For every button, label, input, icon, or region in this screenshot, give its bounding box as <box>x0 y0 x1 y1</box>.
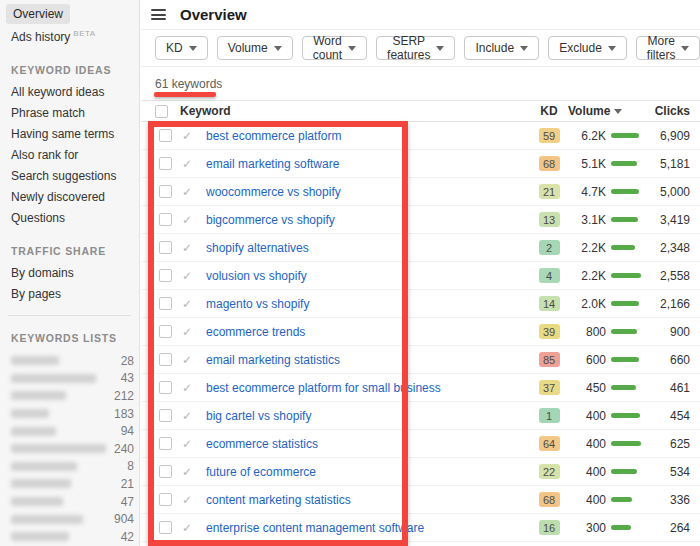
sidebar-nav-item[interactable]: Newly discovered <box>0 187 139 208</box>
keyword-link[interactable]: email marketing software <box>206 157 339 171</box>
keywords-list-item[interactable]: 94 <box>0 422 139 440</box>
row-checkbox[interactable] <box>159 129 172 142</box>
blurred-list-name <box>11 497 63 506</box>
filter-button[interactable]: KD <box>155 36 208 60</box>
keyword-link[interactable]: content marketing statistics <box>206 493 351 507</box>
filter-button-label: SERP features <box>387 34 430 62</box>
clicks-value: 534 <box>637 465 690 479</box>
keyword-link[interactable]: ecommerce trends <box>206 325 305 339</box>
select-all-checkbox[interactable] <box>155 105 168 118</box>
sidebar-nav-item[interactable]: Questions <box>0 208 139 229</box>
keywords-list-item[interactable]: 21 <box>0 475 139 493</box>
sidebar-nav-item-label: All keyword ideas <box>11 85 104 99</box>
checkmark-icon: ✓ <box>182 157 196 171</box>
sidebar-nav-item[interactable]: By domains <box>0 263 139 284</box>
section-traffic-share: By domains By pages <box>0 263 139 305</box>
filter-button[interactable]: SERP features <box>376 36 455 60</box>
sidebar-item-overview[interactable]: Overview <box>6 4 70 24</box>
keyword-link[interactable]: bigcommerce vs shopify <box>206 213 335 227</box>
keyword-link[interactable]: best ecommerce platform for small busine… <box>206 381 441 395</box>
sidebar-nav-item[interactable]: All keyword ideas <box>0 82 139 103</box>
keyword-link[interactable]: shopify alternatives <box>206 241 309 255</box>
keywords-list-item[interactable]: 8 <box>0 458 139 476</box>
keyword-link[interactable]: future of ecommerce <box>206 465 316 479</box>
volume-value: 5.1K <box>554 157 606 171</box>
filter-button[interactable]: More filters <box>636 36 700 60</box>
row-checkbox[interactable] <box>159 185 172 198</box>
row-checkbox[interactable] <box>159 493 172 506</box>
keyword-link[interactable]: magento vs shopify <box>206 297 309 311</box>
blurred-list-name <box>11 409 49 418</box>
volume-value: 2.0K <box>554 297 606 311</box>
main-panel: Overview KD Volume Word count SERP featu… <box>141 0 700 546</box>
row-checkbox[interactable] <box>159 521 172 534</box>
keywords-list-item[interactable]: 240 <box>0 440 139 458</box>
filter-button-label: Word count <box>313 34 342 62</box>
keyword-link[interactable]: volusion vs shopify <box>206 269 307 283</box>
keyword-link[interactable]: big cartel vs shopify <box>206 409 311 423</box>
clicks-bar-fill <box>611 413 640 418</box>
clicks-bar-fill <box>611 329 637 334</box>
hamburger-icon[interactable] <box>151 7 166 23</box>
blurred-list-name <box>11 515 83 524</box>
sidebar-nav-item[interactable]: Search suggestions <box>0 166 139 187</box>
table-header: Keyword KD Volume Clicks <box>141 100 700 122</box>
table-row: ✓ bigcommerce vs shopify 13 3.1K 3,419 <box>141 206 700 234</box>
filter-button[interactable]: Volume <box>217 36 293 60</box>
section-title-keywords-lists: KEYWORDS LISTS <box>0 316 139 350</box>
table-row: ✓ content marketing statistics 68 400 33… <box>141 486 700 514</box>
blurred-list-name <box>11 391 66 400</box>
filter-button[interactable]: Exclude <box>548 36 627 60</box>
volume-value: 450 <box>554 381 606 395</box>
column-header-volume[interactable]: Volume <box>568 104 622 118</box>
row-checkbox[interactable] <box>159 241 172 254</box>
column-header-clicks[interactable]: Clicks <box>637 104 690 118</box>
blurred-list-name <box>11 462 77 471</box>
row-checkbox[interactable] <box>159 465 172 478</box>
keywords-list-item[interactable]: 43 <box>0 370 139 388</box>
row-checkbox[interactable] <box>159 381 172 394</box>
row-checkbox[interactable] <box>159 157 172 170</box>
blurred-list-name <box>11 532 69 541</box>
clicks-value: 2,166 <box>637 297 690 311</box>
list-count: 21 <box>121 477 134 491</box>
keywords-list-item[interactable]: 42 <box>0 528 139 546</box>
filter-button[interactable]: Word count <box>302 36 367 60</box>
checkmark-icon: ✓ <box>182 297 196 311</box>
keywords-list-item[interactable]: 28 <box>0 352 139 370</box>
filter-button[interactable]: Include <box>464 36 539 60</box>
volume-value: 800 <box>554 325 606 339</box>
clicks-bar-fill <box>611 133 639 138</box>
sidebar-nav-item[interactable]: By pages <box>0 284 139 305</box>
keyword-link[interactable]: best ecommerce platform <box>206 129 341 143</box>
row-checkbox[interactable] <box>159 297 172 310</box>
row-checkbox[interactable] <box>159 269 172 282</box>
sidebar-item-ads-history[interactable]: Ads historyBETA <box>6 24 139 48</box>
sidebar-nav-item[interactable]: Having same terms <box>0 124 139 145</box>
keywords-list-item[interactable]: 183 <box>0 405 139 423</box>
list-count: 904 <box>114 512 134 526</box>
keyword-link[interactable]: enterprise content management software <box>206 521 424 535</box>
blurred-list-name <box>11 427 56 436</box>
checkmark-icon: ✓ <box>182 493 196 507</box>
row-checkbox[interactable] <box>159 325 172 338</box>
table-row: ✓ magento vs shopify 14 2.0K 2,166 <box>141 290 700 318</box>
clicks-bar-fill <box>611 525 631 530</box>
sidebar-nav-item[interactable]: Phrase match <box>0 103 139 124</box>
sidebar-nav-item-label: Also rank for <box>11 148 78 162</box>
keyword-link[interactable]: woocommerce vs shopify <box>206 185 341 199</box>
column-header-kd[interactable]: KD <box>536 104 562 118</box>
table-row: ✓ best ecommerce platform 59 6.2K 6,909 <box>141 122 700 150</box>
keyword-link[interactable]: email marketing statistics <box>206 353 340 367</box>
row-checkbox[interactable] <box>159 213 172 226</box>
clicks-value: 6,909 <box>637 129 690 143</box>
table-row: ✓ enterprise content management software… <box>141 514 700 542</box>
row-checkbox[interactable] <box>159 409 172 422</box>
keywords-list-item[interactable]: 47 <box>0 493 139 511</box>
row-checkbox[interactable] <box>159 437 172 450</box>
row-checkbox[interactable] <box>159 353 172 366</box>
keywords-list-item[interactable]: 212 <box>0 387 139 405</box>
keywords-list-item[interactable]: 904 <box>0 510 139 528</box>
keyword-link[interactable]: ecommerce statistics <box>206 437 318 451</box>
sidebar-nav-item[interactable]: Also rank for <box>0 145 139 166</box>
